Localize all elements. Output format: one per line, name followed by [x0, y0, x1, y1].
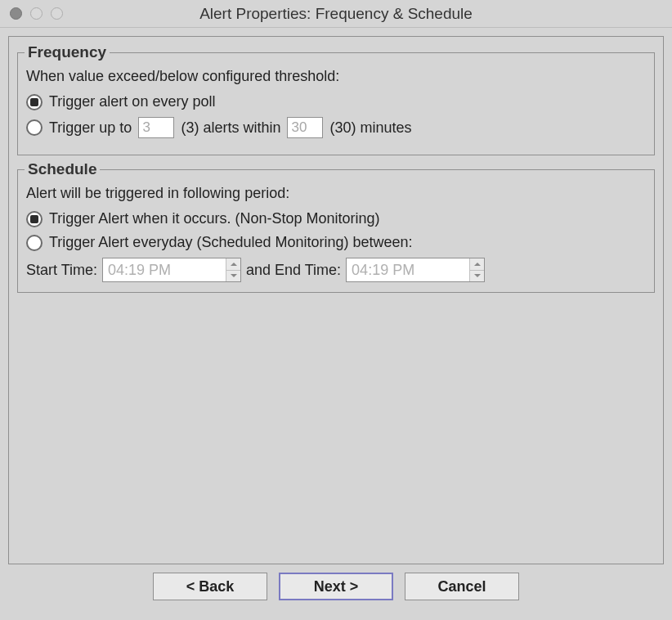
schedule-option-nonstop[interactable]: Trigger Alert when it occurs. (Non-Stop …: [26, 210, 646, 227]
content-area: Frequency When value exceed/below config…: [0, 28, 672, 620]
start-time-spinner-buttons: [226, 258, 240, 281]
frequency-option2-prefix: Trigger up to: [49, 119, 132, 137]
chevron-up-icon: [231, 263, 237, 266]
titlebar: Alert Properties: Frequency & Schedule: [0, 0, 672, 28]
spacer: [17, 298, 655, 557]
chevron-up-icon: [474, 263, 481, 266]
end-time-label: and End Time:: [246, 262, 341, 279]
next-button[interactable]: Next >: [279, 573, 393, 600]
within-minutes-input[interactable]: [287, 117, 323, 138]
frequency-option-up-to[interactable]: Trigger up to (3) alerts within (30) min…: [26, 117, 646, 138]
end-time-down-button[interactable]: [470, 271, 484, 282]
inner-panel: Frequency When value exceed/below config…: [8, 36, 664, 564]
end-time-spinner[interactable]: [346, 258, 485, 282]
frequency-legend: Frequency: [25, 43, 110, 61]
close-icon[interactable]: [10, 7, 22, 20]
minimize-icon[interactable]: [30, 7, 43, 20]
window: Alert Properties: Frequency & Schedule F…: [0, 0, 672, 620]
frequency-option2-mid: (3) alerts within: [181, 119, 280, 137]
cancel-button[interactable]: Cancel: [405, 573, 519, 600]
schedule-option2-label: Trigger Alert everyday (Scheduled Monito…: [49, 234, 413, 251]
end-time-input[interactable]: [347, 258, 469, 281]
time-range-row: Start Time: and End Time:: [26, 258, 646, 282]
zoom-icon[interactable]: [51, 7, 63, 20]
radio-icon[interactable]: [26, 94, 43, 110]
radio-icon[interactable]: [26, 119, 43, 136]
start-time-up-button[interactable]: [226, 258, 240, 271]
start-time-down-button[interactable]: [226, 271, 240, 282]
schedule-group: Schedule Alert will be triggered in foll…: [17, 160, 655, 293]
alerts-count-input[interactable]: [138, 117, 174, 138]
button-bar: < Back Next > Cancel: [8, 564, 664, 612]
end-time-spinner-buttons: [469, 258, 484, 281]
chevron-down-icon: [474, 274, 481, 277]
schedule-description: Alert will be triggered in following per…: [26, 185, 646, 202]
radio-icon[interactable]: [26, 235, 43, 251]
frequency-option1-label: Trigger alert on every poll: [49, 93, 215, 110]
schedule-option1-label: Trigger Alert when it occurs. (Non-Stop …: [49, 210, 380, 227]
frequency-group: Frequency When value exceed/below config…: [17, 43, 655, 155]
schedule-legend: Schedule: [25, 160, 100, 178]
start-time-spinner[interactable]: [102, 258, 241, 282]
end-time-up-button[interactable]: [470, 258, 484, 271]
frequency-description: When value exceed/below configured thres…: [26, 68, 646, 85]
chevron-down-icon: [231, 274, 237, 277]
frequency-option-every-poll[interactable]: Trigger alert on every poll: [26, 93, 646, 110]
window-title: Alert Properties: Frequency & Schedule: [199, 5, 473, 23]
schedule-option-scheduled[interactable]: Trigger Alert everyday (Scheduled Monito…: [26, 234, 646, 251]
back-button[interactable]: < Back: [153, 573, 267, 600]
traffic-lights: [0, 7, 63, 20]
radio-icon[interactable]: [26, 211, 43, 227]
frequency-option2-suffix: (30) minutes: [329, 119, 411, 137]
start-time-input[interactable]: [103, 258, 226, 281]
start-time-label: Start Time:: [26, 262, 97, 279]
